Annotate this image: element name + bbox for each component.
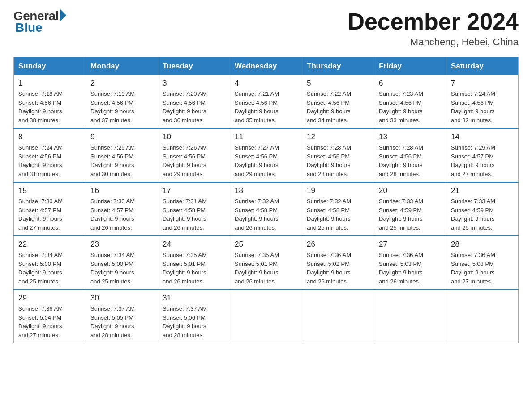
day-info: Sunrise: 7:37 AM Sunset: 5:06 PM Dayligh… (163, 304, 225, 339)
day-info: Sunrise: 7:34 AM Sunset: 5:00 PM Dayligh… (18, 251, 81, 286)
day-info: Sunrise: 7:33 AM Sunset: 4:59 PM Dayligh… (451, 197, 514, 232)
day-info: Sunrise: 7:20 AM Sunset: 4:56 PM Dayligh… (163, 90, 225, 124)
day-number: 24 (163, 240, 225, 249)
calendar-cell: 4 Sunrise: 7:21 AM Sunset: 4:56 PM Dayli… (230, 75, 302, 128)
day-number: 25 (235, 240, 297, 249)
day-number: 11 (235, 133, 297, 141)
day-info: Sunrise: 7:26 AM Sunset: 4:56 PM Dayligh… (163, 143, 225, 178)
day-number: 12 (307, 133, 369, 141)
calendar-cell: 24 Sunrise: 7:35 AM Sunset: 5:01 PM Dayl… (158, 236, 230, 290)
day-info: Sunrise: 7:36 AM Sunset: 5:03 PM Dayligh… (379, 251, 442, 286)
calendar-cell: 7 Sunrise: 7:24 AM Sunset: 4:56 PM Dayli… (446, 75, 519, 128)
calendar-cell (302, 290, 374, 343)
day-info: Sunrise: 7:23 AM Sunset: 4:56 PM Dayligh… (379, 90, 442, 124)
day-info: Sunrise: 7:19 AM Sunset: 4:56 PM Dayligh… (90, 90, 153, 124)
day-info: Sunrise: 7:24 AM Sunset: 4:56 PM Dayligh… (451, 90, 514, 124)
day-number: 10 (163, 133, 225, 141)
calendar-cell: 17 Sunrise: 7:31 AM Sunset: 4:58 PM Dayl… (158, 182, 230, 236)
calendar-cell: 9 Sunrise: 7:25 AM Sunset: 4:56 PM Dayli… (86, 128, 158, 182)
calendar-cell: 10 Sunrise: 7:26 AM Sunset: 4:56 PM Dayl… (158, 128, 230, 182)
day-number: 2 (90, 79, 153, 88)
calendar-cell: 1 Sunrise: 7:18 AM Sunset: 4:56 PM Dayli… (14, 75, 86, 128)
day-number: 26 (307, 240, 369, 249)
day-info: Sunrise: 7:32 AM Sunset: 4:58 PM Dayligh… (235, 197, 297, 232)
calendar-header-row: SundayMondayTuesdayWednesdayThursdayFrid… (14, 57, 519, 76)
day-info: Sunrise: 7:29 AM Sunset: 4:57 PM Dayligh… (451, 143, 514, 178)
calendar-cell: 2 Sunrise: 7:19 AM Sunset: 4:56 PM Dayli… (86, 75, 158, 128)
day-info: Sunrise: 7:32 AM Sunset: 4:58 PM Dayligh… (307, 197, 369, 232)
day-number: 5 (307, 79, 369, 88)
logo: General Blue (13, 9, 66, 35)
day-number: 21 (451, 186, 514, 195)
day-info: Sunrise: 7:31 AM Sunset: 4:58 PM Dayligh… (163, 197, 225, 232)
day-info: Sunrise: 7:36 AM Sunset: 5:04 PM Dayligh… (18, 304, 81, 339)
calendar-cell: 13 Sunrise: 7:28 AM Sunset: 4:56 PM Dayl… (374, 128, 446, 182)
day-number: 16 (90, 186, 153, 195)
day-number: 30 (90, 294, 153, 303)
calendar-cell: 20 Sunrise: 7:33 AM Sunset: 4:59 PM Dayl… (374, 182, 446, 236)
month-title: December 2024 (348, 9, 519, 34)
calendar-week-row: 22 Sunrise: 7:34 AM Sunset: 5:00 PM Dayl… (14, 236, 519, 290)
title-area: December 2024 Mancheng, Hebei, China (348, 9, 519, 48)
day-number: 20 (379, 186, 442, 195)
day-info: Sunrise: 7:25 AM Sunset: 4:56 PM Dayligh… (90, 143, 153, 178)
calendar-cell: 14 Sunrise: 7:29 AM Sunset: 4:57 PM Dayl… (446, 128, 519, 182)
day-info: Sunrise: 7:27 AM Sunset: 4:56 PM Dayligh… (235, 143, 297, 178)
calendar-header-friday: Friday (374, 57, 446, 76)
calendar-cell: 5 Sunrise: 7:22 AM Sunset: 4:56 PM Dayli… (302, 75, 374, 128)
calendar-table: SundayMondayTuesdayWednesdayThursdayFrid… (13, 57, 519, 343)
calendar-cell: 16 Sunrise: 7:30 AM Sunset: 4:57 PM Dayl… (86, 182, 158, 236)
calendar-cell (230, 290, 302, 343)
calendar-header-sunday: Sunday (14, 57, 86, 76)
calendar-cell: 11 Sunrise: 7:27 AM Sunset: 4:56 PM Dayl… (230, 128, 302, 182)
day-info: Sunrise: 7:36 AM Sunset: 5:03 PM Dayligh… (451, 251, 514, 286)
calendar-week-row: 15 Sunrise: 7:30 AM Sunset: 4:57 PM Dayl… (14, 182, 519, 236)
calendar-cell: 19 Sunrise: 7:32 AM Sunset: 4:58 PM Dayl… (302, 182, 374, 236)
logo-blue-text: Blue (15, 21, 43, 35)
header: General Blue December 2024 Mancheng, Heb… (13, 9, 519, 48)
calendar-week-row: 8 Sunrise: 7:24 AM Sunset: 4:56 PM Dayli… (14, 128, 519, 182)
day-info: Sunrise: 7:30 AM Sunset: 4:57 PM Dayligh… (18, 197, 81, 232)
calendar-cell: 30 Sunrise: 7:37 AM Sunset: 5:05 PM Dayl… (86, 290, 158, 343)
day-number: 13 (379, 133, 442, 141)
calendar-cell: 31 Sunrise: 7:37 AM Sunset: 5:06 PM Dayl… (158, 290, 230, 343)
day-number: 8 (18, 133, 81, 141)
calendar-cell (446, 290, 519, 343)
calendar-cell: 21 Sunrise: 7:33 AM Sunset: 4:59 PM Dayl… (446, 182, 519, 236)
day-number: 4 (235, 79, 297, 88)
day-number: 28 (451, 240, 514, 249)
calendar-cell: 25 Sunrise: 7:35 AM Sunset: 5:01 PM Dayl… (230, 236, 302, 290)
day-info: Sunrise: 7:30 AM Sunset: 4:57 PM Dayligh… (90, 197, 153, 232)
day-number: 15 (18, 186, 81, 195)
day-info: Sunrise: 7:35 AM Sunset: 5:01 PM Dayligh… (235, 251, 297, 286)
calendar-week-row: 29 Sunrise: 7:36 AM Sunset: 5:04 PM Dayl… (14, 290, 519, 343)
calendar-week-row: 1 Sunrise: 7:18 AM Sunset: 4:56 PM Dayli… (14, 75, 519, 128)
day-info: Sunrise: 7:37 AM Sunset: 5:05 PM Dayligh… (90, 304, 153, 339)
calendar-header-monday: Monday (86, 57, 158, 76)
day-number: 3 (163, 79, 225, 88)
calendar-cell: 18 Sunrise: 7:32 AM Sunset: 4:58 PM Dayl… (230, 182, 302, 236)
day-info: Sunrise: 7:33 AM Sunset: 4:59 PM Dayligh… (379, 197, 442, 232)
day-info: Sunrise: 7:21 AM Sunset: 4:56 PM Dayligh… (235, 90, 297, 124)
calendar-cell: 15 Sunrise: 7:30 AM Sunset: 4:57 PM Dayl… (14, 182, 86, 236)
calendar-cell: 8 Sunrise: 7:24 AM Sunset: 4:56 PM Dayli… (14, 128, 86, 182)
logo-triangle-icon (60, 9, 66, 21)
day-number: 22 (18, 240, 81, 249)
calendar-header-tuesday: Tuesday (158, 57, 230, 76)
day-info: Sunrise: 7:18 AM Sunset: 4:56 PM Dayligh… (18, 90, 81, 124)
day-info: Sunrise: 7:24 AM Sunset: 4:56 PM Dayligh… (18, 143, 81, 178)
calendar-cell: 6 Sunrise: 7:23 AM Sunset: 4:56 PM Dayli… (374, 75, 446, 128)
calendar-cell: 22 Sunrise: 7:34 AM Sunset: 5:00 PM Dayl… (14, 236, 86, 290)
day-number: 9 (90, 133, 153, 141)
calendar-cell: 23 Sunrise: 7:34 AM Sunset: 5:00 PM Dayl… (86, 236, 158, 290)
day-number: 17 (163, 186, 225, 195)
calendar-cell: 29 Sunrise: 7:36 AM Sunset: 5:04 PM Dayl… (14, 290, 86, 343)
day-number: 31 (163, 294, 225, 303)
calendar-cell: 3 Sunrise: 7:20 AM Sunset: 4:56 PM Dayli… (158, 75, 230, 128)
calendar-cell: 27 Sunrise: 7:36 AM Sunset: 5:03 PM Dayl… (374, 236, 446, 290)
calendar-cell: 28 Sunrise: 7:36 AM Sunset: 5:03 PM Dayl… (446, 236, 519, 290)
calendar-cell (374, 290, 446, 343)
calendar-header-thursday: Thursday (302, 57, 374, 76)
calendar-header-wednesday: Wednesday (230, 57, 302, 76)
calendar-header-saturday: Saturday (446, 57, 519, 76)
